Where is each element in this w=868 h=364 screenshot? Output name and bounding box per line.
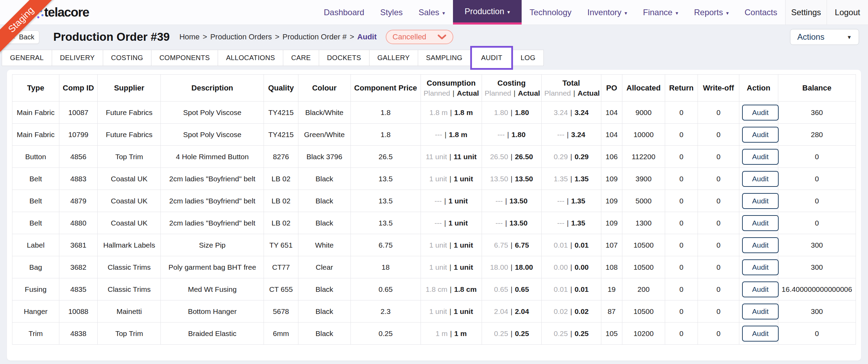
column-header-balance: Balance (778, 75, 856, 102)
cell-writeoff: 0 (698, 168, 739, 190)
tab-general[interactable]: GENERAL (2, 50, 52, 66)
cell-type: Trim (12, 323, 59, 345)
cell-colour: Black (298, 323, 351, 345)
column-header-costing: CostingPlanned|Actual (482, 75, 541, 102)
cell-description: Braided Elastic (161, 323, 264, 345)
cell-balance: 300 (778, 300, 856, 323)
status-badge: Cancelled (393, 32, 426, 41)
nav-item-sales[interactable]: Sales▾ (411, 0, 453, 25)
audit-button[interactable]: Audit (742, 259, 779, 275)
breadcrumb-item[interactable]: Home (179, 32, 200, 41)
tab-gallery[interactable]: GALLERY (369, 50, 418, 66)
cell-colour: White (298, 234, 351, 256)
nav-item-dashboard[interactable]: Dashboard (316, 0, 372, 25)
cell-costing: 18.00|18.00 (482, 256, 541, 278)
cell-component-price: 13.5 (351, 190, 421, 212)
table-row: Trim 4838 Top Trim Braided Elastic 6mm B… (12, 323, 856, 345)
nav-item-styles[interactable]: Styles (372, 0, 411, 25)
back-label: Back (19, 33, 34, 41)
cell-consumption: ---|1.8 m (421, 124, 482, 146)
tab-bar: GENERALDELIVERYCOSTINGCOMPONENTSALLOCATI… (0, 49, 868, 66)
costing-actual: 13.50 (510, 197, 528, 205)
nav-item-logout[interactable]: Logout (827, 0, 868, 25)
nav-item-reports[interactable]: Reports▾ (686, 0, 737, 25)
breadcrumb-item[interactable]: Production Orders (210, 32, 272, 41)
cell-consumption: ---|1 unit (421, 212, 482, 234)
costing-planned: 2.04 (494, 307, 508, 315)
costing-planned: 0.65 (494, 285, 508, 293)
audit-button[interactable]: Audit (742, 215, 779, 231)
cell-total: 3.24|3.24 (541, 102, 601, 124)
cell-writeoff: 0 (698, 212, 739, 234)
table-row: Main Fabric 10799 Future Fabrics Spot Po… (12, 124, 856, 146)
cell-consumption: 1 m|1 m (421, 323, 482, 345)
nav-item-finance[interactable]: Finance▾ (635, 0, 686, 25)
tab-audit[interactable]: AUDIT (470, 46, 513, 70)
tab-costing[interactable]: COSTING (103, 50, 151, 66)
consumption-planned: --- (434, 197, 442, 205)
tab-sampling[interactable]: SAMPLING (418, 50, 471, 66)
cell-balance: 300 (778, 234, 856, 256)
total-actual: 0.29 (574, 153, 589, 161)
cell-writeoff: 0 (698, 234, 739, 256)
consumption-actual: 1 unit (454, 175, 473, 183)
nav-item-label: Production (465, 7, 504, 16)
audit-button[interactable]: Audit (742, 304, 779, 319)
logo-text: telacore (44, 5, 89, 20)
cell-return: 0 (665, 146, 698, 168)
tab-delivery[interactable]: DELIVERY (52, 50, 103, 66)
audit-button[interactable]: Audit (742, 326, 779, 342)
breadcrumb-item[interactable]: Production Order # (283, 32, 347, 41)
total-planned: 0.25 (554, 329, 568, 337)
cell-allocated: 200 (622, 278, 665, 300)
status-dropdown[interactable]: Cancelled (386, 30, 453, 44)
audit-button[interactable]: Audit (742, 171, 779, 187)
consumption-planned: 1 unit (429, 241, 447, 249)
cell-action: Audit (739, 146, 778, 168)
audit-button[interactable]: Audit (742, 193, 779, 209)
tab-allocations[interactable]: ALLOCATIONS (218, 50, 283, 66)
cell-colour: Black (298, 278, 351, 300)
tab-care[interactable]: CARE (283, 50, 319, 66)
audit-button[interactable]: Audit (742, 149, 779, 165)
nav-item-inventory[interactable]: Inventory▾ (580, 0, 635, 25)
cell-po: 107 (601, 234, 622, 256)
audit-button[interactable]: Audit (742, 237, 779, 253)
page-header: ← Back Production Order #39 Home>Product… (0, 25, 868, 49)
cell-return: 0 (665, 168, 698, 190)
cell-colour: Black (298, 168, 351, 190)
nav-item-label: Finance (643, 8, 672, 17)
breadcrumb-current: Audit (357, 32, 377, 41)
chevron-down-icon (437, 35, 446, 40)
cell-total: 0.25|0.25 (541, 323, 601, 345)
cell-type: Fusing (12, 278, 59, 300)
tab-log[interactable]: LOG (513, 50, 544, 66)
nav-item-label: Contacts (744, 8, 777, 17)
cell-comp-id: 10799 (59, 124, 98, 146)
column-title: Write-off (701, 84, 736, 93)
cell-type: Belt (12, 190, 59, 212)
nav-item-settings[interactable]: Settings (785, 0, 827, 25)
cell-component-price: 0.65 (351, 278, 421, 300)
column-header-comp-id: Comp ID (59, 75, 98, 102)
audit-button[interactable]: Audit (742, 105, 779, 121)
consumption-actual: 1.8 m (454, 108, 473, 116)
audit-button[interactable]: Audit (742, 281, 779, 297)
cell-writeoff: 0 (698, 124, 739, 146)
column-title: Quality (267, 84, 295, 93)
cell-return: 0 (665, 256, 698, 278)
column-title: Return (668, 84, 695, 93)
nav-item-production[interactable]: Production▾ (453, 0, 522, 25)
cell-quality: 5678 (264, 300, 298, 323)
cell-component-price: 13.5 (351, 168, 421, 190)
consumption-planned: --- (434, 219, 442, 227)
audit-button[interactable]: Audit (742, 127, 779, 143)
cell-action: Audit (739, 323, 778, 345)
nav-item-technology[interactable]: Technology (522, 0, 579, 25)
tab-dockets[interactable]: DOCKETS (319, 50, 369, 66)
table-header-row: TypeComp IDSupplierDescriptionQualityCol… (12, 75, 856, 102)
actions-dropdown[interactable]: Actions ▼ (790, 29, 859, 45)
nav-item-contacts[interactable]: Contacts (737, 0, 785, 25)
tab-components[interactable]: COMPONENTS (151, 50, 218, 66)
cell-quality: TY4215 (264, 102, 298, 124)
